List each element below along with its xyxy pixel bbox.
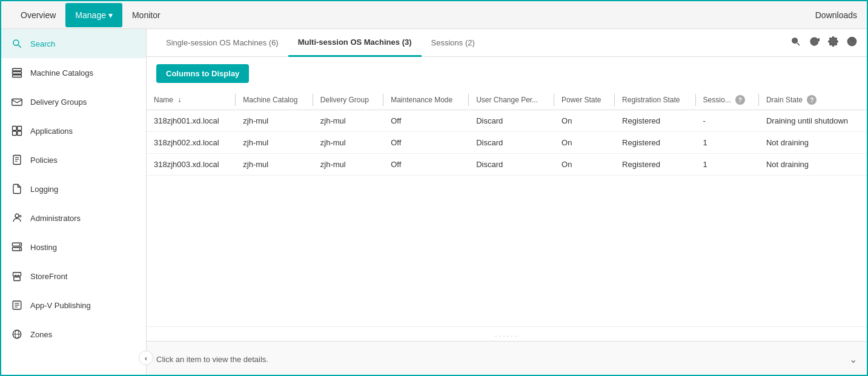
svg-point-14	[15, 214, 19, 217]
cell-maintenance-mode: Off	[383, 110, 469, 132]
sidebar-collapse-button[interactable]: ‹	[139, 351, 153, 365]
cell-registration-state: Registered	[615, 110, 696, 132]
sidebar-label-zones: Zones	[30, 330, 52, 339]
tab-actions	[790, 36, 857, 49]
cell-drain-state: Draining until shutdown	[759, 110, 867, 132]
sidebar-item-storefront[interactable]: StoreFront	[1, 262, 146, 291]
cell-sessions: 1	[696, 154, 759, 176]
tab-single-session[interactable]: Single-session OS Machines (6)	[156, 30, 288, 57]
svg-rect-3	[13, 72, 22, 74]
help-action-icon[interactable]	[847, 36, 857, 49]
search-action-icon[interactable]	[790, 36, 801, 49]
cell-power-state: On	[554, 110, 615, 132]
cell-sessions: 1	[696, 132, 759, 154]
svg-rect-2	[13, 68, 22, 71]
svg-rect-7	[18, 127, 22, 131]
sidebar-label-applications: Applications	[30, 127, 73, 136]
cell-registration-state: Registered	[615, 132, 696, 154]
sidebar-label-hosting: Hosting	[30, 243, 57, 252]
table-area: Columns to Display Name ↓ Machine Catalo…	[147, 57, 867, 326]
cell-sessions: -	[696, 110, 759, 132]
details-dots-row: ......	[147, 326, 867, 341]
table-header-row: Name ↓ Machine Catalog Delivery Group	[147, 90, 867, 110]
sidebar-label-delivery-groups: Delivery Groups	[30, 97, 87, 107]
zones-icon	[11, 328, 23, 340]
storefront-icon	[11, 270, 23, 282]
cell-machine-catalog: zjh-mul	[236, 132, 313, 154]
nav-overview[interactable]: Overview	[11, 3, 65, 27]
cell-registration-state: Registered	[615, 154, 696, 176]
cell-power-state: On	[554, 154, 615, 176]
svg-rect-20	[14, 277, 21, 281]
col-name: Name ↓	[147, 90, 236, 110]
sidebar-item-administrators[interactable]: Administrators	[1, 203, 146, 233]
svg-line-29	[797, 43, 800, 45]
cell-machine-catalog: zjh-mul	[236, 154, 313, 176]
main-layout: Search Machine Catalogs Delivery Groups …	[1, 29, 867, 376]
tab-multi-session[interactable]: Multi-session OS Machines (3)	[288, 29, 422, 57]
hosting-icon	[11, 241, 23, 253]
details-dots: ......	[495, 329, 519, 338]
svg-rect-4	[13, 75, 22, 78]
sidebar: Search Machine Catalogs Delivery Groups …	[1, 29, 147, 376]
sidebar-item-hosting[interactable]: Hosting	[1, 233, 146, 262]
chevron-down-icon[interactable]: ⌄	[849, 354, 857, 365]
svg-point-28	[792, 38, 798, 44]
data-table: Name ↓ Machine Catalog Delivery Group	[147, 90, 867, 176]
sidebar-item-applications[interactable]: Applications	[1, 116, 146, 145]
col-user-change-per: User Change Per...	[469, 90, 554, 110]
details-click-text: Click an item to view the details.	[156, 355, 268, 364]
sidebar-item-policies[interactable]: Policies	[1, 145, 146, 174]
cell-delivery-group: zjh-mul	[313, 154, 383, 176]
administrators-icon	[11, 212, 23, 224]
dropdown-icon: ▾	[108, 10, 113, 20]
sessions-help-icon[interactable]: ?	[735, 95, 745, 105]
table-row[interactable]: 318zjh002.xd.localzjh-mulzjh-mulOffDisca…	[147, 132, 867, 154]
nav-monitor[interactable]: Monitor	[122, 3, 170, 27]
drain-state-help-icon[interactable]: ?	[807, 95, 817, 105]
svg-rect-8	[13, 131, 17, 136]
logging-icon	[11, 183, 23, 195]
cell-drain-state: Not draining	[759, 154, 867, 176]
cell-user-change-per: Discard	[469, 132, 554, 154]
col-delivery-group: Delivery Group	[313, 90, 383, 110]
cell-name: 318zjh003.xd.local	[147, 154, 236, 176]
svg-line-1	[18, 45, 21, 48]
cell-power-state: On	[554, 132, 615, 154]
delivery-icon	[11, 96, 23, 108]
sidebar-item-zones[interactable]: Zones	[1, 320, 146, 349]
sidebar-label-appv: App-V Publishing	[30, 301, 91, 310]
table-row[interactable]: 318zjh003.xd.localzjh-mulzjh-mulOffDisca…	[147, 154, 867, 176]
sidebar-item-logging[interactable]: Logging	[1, 174, 146, 203]
search-icon	[11, 38, 23, 50]
nav-manage[interactable]: Manage ▾	[65, 3, 122, 27]
columns-to-display-button[interactable]: Columns to Display	[156, 64, 249, 83]
content-area: Single-session OS Machines (6) Multi-ses…	[147, 29, 867, 376]
sort-icon[interactable]: ↓	[177, 96, 181, 104]
cell-user-change-per: Discard	[469, 154, 554, 176]
tab-sessions[interactable]: Sessions (2)	[422, 30, 485, 57]
sidebar-item-machine-catalogs[interactable]: Machine Catalogs	[1, 58, 146, 87]
cell-name: 318zjh001.xd.local	[147, 110, 236, 132]
cell-machine-catalog: zjh-mul	[236, 110, 313, 132]
sidebar-item-delivery-groups[interactable]: Delivery Groups	[1, 87, 146, 116]
policies-icon	[11, 154, 23, 166]
cell-delivery-group: zjh-mul	[313, 132, 383, 154]
sidebar-label-logging: Logging	[30, 185, 58, 194]
tab-bar: Single-session OS Machines (6) Multi-ses…	[147, 29, 867, 57]
svg-point-0	[13, 40, 19, 45]
sidebar-item-search[interactable]: Search	[1, 29, 146, 58]
cell-maintenance-mode: Off	[383, 132, 469, 154]
svg-rect-9	[18, 131, 22, 136]
sidebar-label-search: Search	[30, 39, 55, 48]
sidebar-item-appv[interactable]: App-V Publishing	[1, 291, 146, 320]
table-row[interactable]: 318zjh001.xd.localzjh-mulzjh-mulOffDisca…	[147, 110, 867, 132]
refresh-action-icon[interactable]	[809, 36, 820, 49]
appv-icon	[11, 299, 23, 311]
cell-drain-state: Not draining	[759, 132, 867, 154]
applications-icon	[11, 125, 23, 137]
col-sessions: Sessio... ?	[696, 90, 759, 110]
cell-name: 318zjh002.xd.local	[147, 132, 236, 154]
nav-downloads[interactable]: Downloads	[815, 10, 857, 20]
settings-action-icon[interactable]	[828, 36, 838, 49]
